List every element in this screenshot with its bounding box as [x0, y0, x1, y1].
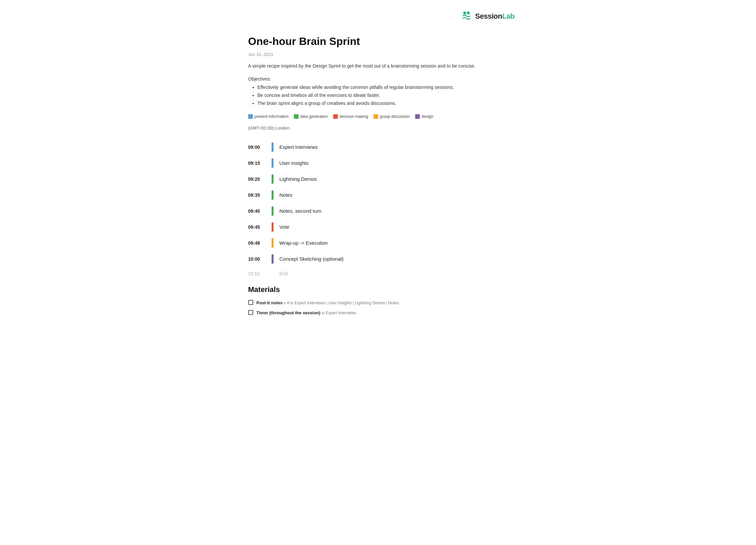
schedule-row-6: 09:48 Wrap-up -> Execution — [248, 235, 508, 251]
legend-dot-present — [248, 114, 253, 119]
objective-item: Be concise and timebox all of the exerci… — [258, 92, 508, 99]
schedule-bar-1 — [272, 159, 274, 168]
schedule-title-7: Concept Sketching (optional) — [280, 256, 344, 263]
legend-item-present: present information — [248, 114, 289, 120]
legend-dot-design — [415, 114, 420, 119]
schedule-row-7: 10:00 Concept Sketching (optional) — [248, 251, 508, 267]
objective-item: The brain sprint aligns a group of creat… — [258, 100, 508, 107]
schedule-row-2: 09:20 Lightning Demos — [248, 171, 508, 187]
objectives-label: Objectives: — [248, 76, 508, 83]
schedule-end-time: 10:10 — [248, 271, 272, 277]
material-name-1: Timer (throughout the session) — [257, 310, 321, 315]
svg-point-1 — [467, 12, 470, 15]
schedule-title-3: Notes — [280, 192, 293, 199]
legend-label-idea: idea generation — [300, 114, 328, 120]
schedule: 09:00 Expert Interviews 09:15 User Insig… — [248, 139, 508, 280]
material-sub-0: x 4 in Expert Interviews | User Insights… — [284, 300, 399, 305]
page-title: One-hour Brain Sprint — [248, 33, 508, 49]
legend-label-group: group discussion — [380, 114, 410, 120]
schedule-row-1: 09:15 User Insights — [248, 155, 508, 171]
material-text-1: Timer (throughout the session) in Expert… — [257, 309, 357, 316]
legend-label-present: present information — [255, 114, 289, 120]
sessionlab-icon — [460, 10, 472, 22]
schedule-bar-3 — [272, 191, 274, 200]
schedule-bar-6 — [272, 239, 274, 248]
legend-label-decision: decision making — [340, 114, 368, 120]
timezone: (GMT+01:00) London — [248, 125, 508, 132]
materials-list: Post-it notes x 4 in Expert Interviews |… — [248, 299, 508, 316]
schedule-bar-2 — [272, 175, 274, 184]
legend-label-design: design — [421, 114, 433, 120]
schedule-time-2: 09:20 — [248, 176, 272, 183]
objectives-list: Effectively generate ideas while avoidin… — [248, 84, 508, 107]
schedule-time-0: 09:00 — [248, 144, 272, 151]
checkbox-icon-1[interactable] — [248, 310, 253, 315]
schedule-time-5: 09:45 — [248, 224, 272, 231]
schedule-title-6: Wrap-up -> Execution — [280, 240, 328, 247]
schedule-row-3: 09:35 Notes — [248, 187, 508, 203]
material-item-0: Post-it notes x 4 in Expert Interviews |… — [248, 299, 508, 306]
logo-session: Session — [475, 12, 502, 20]
schedule-title-0: Expert Interviews — [280, 144, 318, 151]
schedule-row-4: 09:40 Notes, second turn — [248, 203, 508, 219]
material-name-0: Post-it notes — [257, 300, 283, 305]
schedule-bar-4 — [272, 207, 274, 216]
objective-item: Effectively generate ideas while avoidin… — [258, 84, 508, 91]
schedule-end-label: End — [280, 271, 288, 277]
material-item-1: Timer (throughout the session) in Expert… — [248, 309, 508, 316]
legend-dot-decision — [333, 114, 338, 119]
material-text-0: Post-it notes x 4 in Expert Interviews |… — [257, 299, 399, 306]
logo: SessionLab — [460, 10, 515, 22]
materials-title: Materials — [248, 284, 508, 295]
schedule-title-5: Vote — [280, 224, 290, 231]
description: A simple recipe inspired by the Design S… — [248, 63, 508, 70]
legend-item-design: design — [415, 114, 433, 120]
logo-lab: Lab — [502, 12, 515, 20]
schedule-bar-0 — [272, 143, 274, 152]
legend: present information idea generation deci… — [248, 114, 508, 120]
page-wrapper: SessionLab One-hour Brain Sprint Jun 15,… — [228, 0, 528, 339]
schedule-bar-7 — [272, 255, 274, 264]
legend-dot-group — [374, 114, 378, 119]
schedule-time-7: 10:00 — [248, 256, 272, 263]
schedule-time-6: 09:48 — [248, 240, 272, 247]
schedule-row-0: 09:00 Expert Interviews — [248, 139, 508, 155]
schedule-time-4: 09:40 — [248, 208, 272, 215]
checkbox-icon-0[interactable] — [248, 300, 253, 305]
legend-item-idea: idea generation — [294, 114, 328, 120]
logo-text: SessionLab — [475, 11, 515, 22]
schedule-row-5: 09:45 Vote — [248, 219, 508, 235]
schedule-end-row: 10:10 End — [248, 267, 508, 280]
date-label: Jun 15, 2023 — [248, 51, 508, 58]
schedule-bar-5 — [272, 223, 274, 232]
svg-point-0 — [463, 12, 466, 15]
schedule-time-1: 09:15 — [248, 160, 272, 167]
schedule-title-2: Lightning Demos — [280, 176, 317, 183]
legend-dot-idea — [294, 114, 299, 119]
schedule-title-4: Notes, second turn — [280, 208, 322, 215]
material-sub-1: in Expert Interviews — [322, 310, 357, 315]
schedule-title-1: User Insights — [280, 160, 309, 167]
schedule-time-3: 09:35 — [248, 192, 272, 199]
legend-item-group: group discussion — [374, 114, 410, 120]
legend-item-decision: decision making — [333, 114, 368, 120]
